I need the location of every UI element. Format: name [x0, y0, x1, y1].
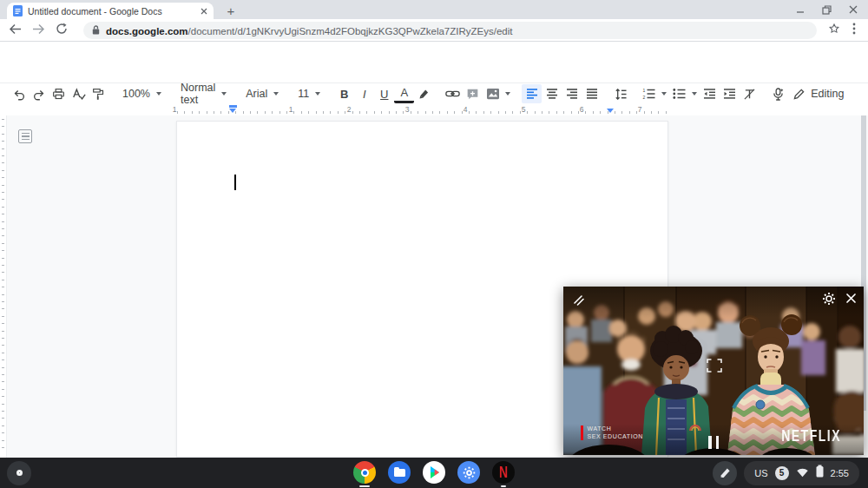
url-domain: docs.google.com [106, 26, 188, 36]
battery-icon [816, 465, 824, 481]
highlight-color-icon[interactable] [414, 84, 434, 103]
address-bar: docs.google.com/document/d/1gNKrvyUgiSnz… [0, 19, 868, 42]
align-left-button[interactable] [522, 84, 542, 103]
lock-icon [92, 25, 100, 35]
chevron-down-icon [221, 92, 227, 96]
print-icon[interactable] [49, 84, 69, 103]
add-comment-icon[interactable] [463, 84, 483, 103]
window-minimize-button[interactable] [796, 5, 805, 14]
increase-indent-icon[interactable] [720, 84, 740, 103]
chevron-down-icon [156, 92, 161, 96]
horizontal-ruler: 1 1 2 3 4 5 6 7 [0, 104, 868, 115]
redo-icon[interactable] [29, 84, 49, 103]
text-cursor [234, 175, 236, 190]
pause-icon[interactable] [708, 436, 719, 449]
pip-settings-gear-icon[interactable] [822, 292, 836, 306]
files-app[interactable] [388, 461, 411, 484]
chevron-down-icon [273, 92, 279, 96]
pip-video-window[interactable]: WATCHSEX EDUCATION NETFLIX [563, 287, 864, 455]
url-path: /document/d/1gNKrvyUgiSnzm4d2FObqjkzKG3Q… [188, 26, 513, 36]
insert-image-icon[interactable] [483, 84, 503, 103]
browser-tabstrip: Untitled document - Google Docs + [0, 0, 868, 19]
screen: Untitled document - Google Docs + docs.g… [0, 0, 868, 488]
settings-gear-icon [457, 461, 480, 484]
chevron-down-icon[interactable] [505, 92, 510, 96]
browser-menu-icon[interactable] [852, 23, 856, 38]
window-restore-button[interactable] [822, 5, 832, 15]
clear-formatting-icon[interactable] [740, 84, 760, 103]
right-indent-marker[interactable] [607, 109, 614, 113]
chrome-icon [353, 461, 376, 484]
back-to-tab-icon[interactable] [572, 293, 584, 306]
font-size-select[interactable]: 11 [293, 84, 326, 103]
docs-favicon-icon [13, 5, 23, 16]
running-indicator [359, 485, 370, 487]
back-icon[interactable] [9, 23, 22, 38]
underline-button[interactable]: U [374, 84, 394, 103]
tab-title: Untitled document - Google Docs [28, 6, 195, 16]
show-outline-icon[interactable] [18, 129, 32, 143]
numbered-list-icon[interactable]: 12 [639, 84, 659, 103]
notification-counter: 5 [775, 466, 789, 480]
text-color-button[interactable]: A [394, 84, 414, 103]
align-center-button[interactable] [542, 84, 562, 103]
browser-tab[interactable]: Untitled document - Google Docs [7, 3, 214, 19]
decrease-indent-icon[interactable] [700, 84, 720, 103]
line-spacing-icon[interactable] [610, 84, 630, 103]
watch-label: WATCH [588, 425, 612, 432]
bulleted-list-icon[interactable] [669, 84, 689, 103]
show-title: SEX EDUCATION [588, 433, 643, 439]
play-store-app[interactable] [423, 461, 445, 484]
url-bar[interactable]: docs.google.com/document/d/1gNKrvyUgiSnz… [83, 22, 817, 39]
netflix-icon: N [492, 461, 515, 484]
mode-select[interactable]: Editing [788, 84, 868, 103]
font-select[interactable]: Arial [240, 84, 284, 103]
netflix-app[interactable]: N [492, 461, 515, 484]
chrome-app[interactable] [353, 461, 376, 484]
pip-close-icon[interactable] [845, 293, 857, 304]
play-store-icon [423, 461, 445, 484]
clock: 2:55 [831, 468, 849, 478]
paragraph-style-select[interactable]: Normal text [175, 84, 232, 103]
input-method-label: US [754, 468, 767, 478]
stylus-tools-button[interactable] [713, 461, 737, 485]
settings-app[interactable] [457, 461, 480, 484]
insert-link-icon[interactable] [443, 84, 463, 103]
netflix-red-bar [581, 425, 583, 440]
pencil-icon [793, 89, 805, 100]
files-icon [388, 461, 411, 484]
left-indent-marker[interactable] [229, 109, 236, 113]
chevron-down-icon[interactable] [692, 92, 697, 96]
bookmark-star-icon[interactable] [828, 23, 840, 38]
vertical-ruler [0, 115, 7, 458]
window-close-button[interactable] [849, 5, 858, 14]
svg-text:1: 1 [643, 89, 646, 93]
italic-button[interactable]: I [354, 84, 374, 103]
status-tray[interactable]: US 5 2:55 [744, 461, 859, 485]
new-tab-button[interactable]: + [222, 2, 240, 19]
reload-icon[interactable] [56, 23, 68, 38]
docs-toolbar: 100% Normal text Arial 11 B I U A 12 [0, 82, 868, 104]
tab-close-icon[interactable] [201, 8, 207, 15]
netflix-logo: NETFLIX [781, 427, 841, 445]
docs-header: Untitled document File Edit View Insert … [0, 42, 868, 82]
svg-text:2: 2 [643, 95, 646, 99]
bold-button[interactable]: B [334, 84, 354, 103]
watch-overlay: WATCHSEX EDUCATION [581, 425, 643, 440]
chevron-down-icon [315, 92, 320, 96]
forward-icon[interactable] [32, 23, 45, 38]
spellcheck-icon[interactable] [69, 84, 89, 103]
stylus-pen-icon [720, 467, 731, 478]
zoom-select[interactable]: 100% [117, 84, 167, 103]
chevron-down-icon[interactable] [661, 92, 667, 96]
align-right-button[interactable] [562, 84, 582, 103]
voice-typing-icon[interactable] [768, 84, 788, 103]
first-line-indent-marker[interactable] [229, 105, 237, 108]
shelf: N US 5 2:55 [0, 458, 868, 488]
wifi-icon [796, 465, 809, 481]
undo-icon[interactable] [9, 84, 29, 103]
justify-button[interactable] [582, 84, 602, 103]
launcher-button[interactable] [7, 461, 31, 485]
paint-format-icon[interactable] [89, 84, 108, 103]
pip-expand-icon[interactable] [707, 359, 722, 373]
